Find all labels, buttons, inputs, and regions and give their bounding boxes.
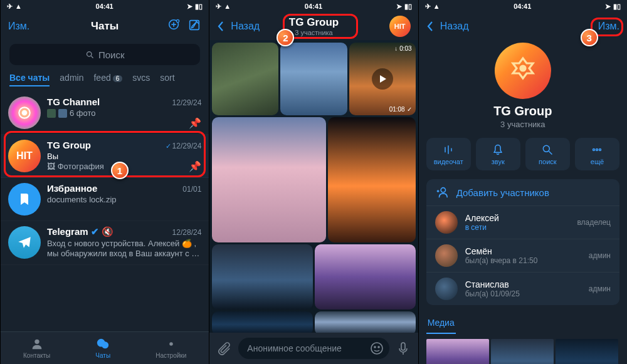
pin-icon: 📌 (189, 160, 201, 172)
members-card: Добавить участников Алексейв сети владел… (426, 179, 619, 305)
media-album[interactable]: ↓ 0:0301:08 ✓ (209, 40, 418, 333)
edit-button[interactable]: Изм. (598, 21, 619, 32)
member-row[interactable]: Алексейв сети владелец (426, 206, 619, 239)
edit-button[interactable]: Изм. (8, 21, 29, 32)
action-buttons: видеочат звук поиск ещё (426, 138, 619, 170)
svg-point-16 (374, 346, 376, 348)
chat-row[interactable]: TG Channel12/29/24 6 фото 📌 (1, 91, 209, 135)
svg-point-17 (378, 346, 379, 348)
status-bar: ✈︎▲ 04:41 ➤▮▯ (419, 0, 627, 13)
search-button[interactable]: поиск (525, 138, 570, 170)
avatar (8, 96, 41, 129)
avatar (435, 278, 458, 300)
page-title: Чаты (52, 20, 157, 33)
tab-contacts[interactable]: Контакты (23, 337, 50, 359)
svg-point-19 (520, 66, 525, 71)
status-bar: ✈︎▲ 04:41 ➤▮▯ (1, 0, 209, 13)
add-members-button[interactable]: Добавить участников (426, 179, 619, 206)
member-row[interactable]: Станиславбыл(а) 01/09/25 админ (426, 273, 619, 305)
svg-point-13 (102, 341, 108, 348)
svg-point-25 (593, 148, 595, 150)
search-icon (85, 50, 95, 60)
group-avatar[interactable]: HIT (389, 16, 411, 37)
folder-feed[interactable]: feed6 (93, 73, 122, 86)
media-thumbnails[interactable] (426, 339, 619, 364)
back-button[interactable]: Назад (217, 21, 261, 32)
svg-point-28 (441, 188, 445, 192)
media-section: Медиа (426, 314, 619, 364)
chat-row[interactable]: Избранное01/01 documents lock.zip (1, 178, 209, 221)
folder-admin[interactable]: admin (60, 73, 83, 86)
sticker-icon[interactable] (369, 341, 384, 356)
back-button[interactable]: Назад (426, 21, 470, 32)
videocall-button[interactable]: видеочат (426, 138, 471, 170)
folder-sort[interactable]: sort (160, 73, 174, 86)
avatar (8, 226, 41, 259)
svg-line-8 (91, 56, 93, 58)
nav-bar: Назад TG Group 3 участника HIT (209, 13, 418, 40)
group-members-count: 3 участника (419, 120, 627, 129)
more-button[interactable]: ещё (575, 138, 619, 170)
media-tab[interactable]: Медиа (426, 314, 456, 334)
pin-icon: 📌 (189, 117, 201, 129)
chat-background: ↓ 0:0301:08 ✓ (209, 40, 418, 333)
add-user-icon (435, 185, 449, 199)
wifi-icon: ▲ (15, 3, 22, 10)
message-input[interactable]: Анонимное сообщение (238, 338, 389, 359)
step-3-badge: 3 (581, 29, 598, 46)
folder-all[interactable]: Все чаты (9, 73, 50, 86)
nav-bar: Изм. Чаты (1, 13, 209, 40)
svg-point-27 (599, 148, 601, 150)
status-time: 04:41 (96, 3, 113, 10)
screen-chat: ✈︎▲ 04:41 ➤▮▯ Назад TG Group 3 участника… (209, 0, 418, 364)
compose-icon[interactable] (187, 18, 201, 34)
svg-point-26 (596, 148, 598, 150)
new-group-icon[interactable] (167, 18, 181, 34)
avatar (8, 183, 41, 216)
chevron-left-icon (426, 21, 434, 32)
svg-point-14 (169, 342, 173, 346)
avatar (435, 244, 458, 267)
folder-tabs[interactable]: Все чаты admin feed6 svcs sort (1, 69, 209, 91)
svg-point-7 (87, 51, 92, 56)
svg-point-10 (23, 111, 27, 115)
location-icon: ➤ (187, 3, 192, 11)
tab-bar: Контакты Чаты Настройки (1, 331, 209, 364)
screen-chat-list: ✈︎▲ 04:41 ➤▮▯ Изм. Чаты Поиск Все чаты a… (0, 0, 209, 364)
step-1-badge: 1 (111, 162, 129, 179)
chat-row[interactable]: Telegram ✔ 🔇12/28/24 Вход с нового устро… (1, 221, 209, 265)
svg-rect-18 (401, 343, 405, 350)
chat-row-tg-group[interactable]: HIT TG Group✓12/29/24 Вы 🖼 Фотография 📌 (1, 135, 209, 178)
group-name: TG Group (419, 104, 627, 118)
svg-point-15 (371, 343, 382, 354)
screen-group-info: ✈︎▲ 04:41 ➤▮▯ Назад Изм. TG Group 3 учас… (418, 0, 627, 364)
message-input-bar: Анонимное сообщение (209, 333, 418, 364)
svg-point-23 (544, 145, 550, 152)
tab-chats[interactable]: Чаты (95, 337, 110, 359)
member-row[interactable]: Семёнбыл(а) вчера в 21:50 админ (426, 239, 619, 273)
battery-icon: ▮▯ (195, 3, 203, 11)
status-bar: ✈︎▲ 04:41 ➤▮▯ (209, 0, 418, 13)
avatar: HIT (8, 140, 41, 172)
chevron-left-icon (217, 21, 224, 32)
tab-settings[interactable]: Настройки (155, 337, 186, 359)
svg-line-24 (549, 151, 552, 154)
folder-svcs[interactable]: svcs (132, 73, 150, 86)
svg-point-11 (34, 340, 39, 344)
search-input[interactable]: Поиск (9, 44, 200, 65)
mic-icon[interactable] (396, 341, 411, 356)
attach-icon[interactable] (217, 341, 232, 356)
avatar (435, 211, 458, 234)
mute-button[interactable]: звук (476, 138, 520, 170)
group-avatar-large[interactable] (495, 43, 551, 99)
